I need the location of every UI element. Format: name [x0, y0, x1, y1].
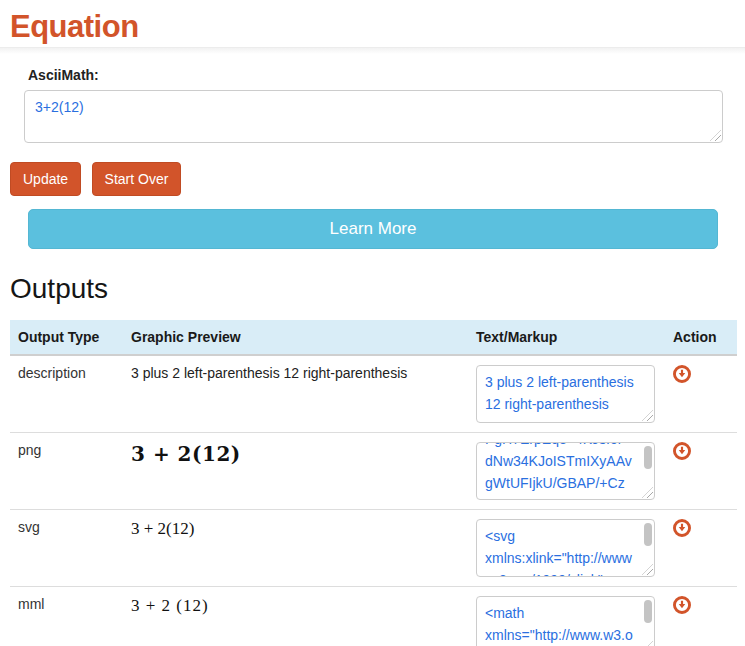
markup-textarea-png[interactable]: PgH7ErpEq3+4KJsIol dNw34KJoISTmIXyAAv gW…	[476, 442, 655, 500]
start-over-button[interactable]: Start Over	[92, 162, 182, 196]
download-circle-icon	[673, 596, 691, 614]
markup-textarea-svg[interactable]: <svg xmlns:xlink="http://www .w3.org/199…	[476, 519, 655, 577]
app-header: Equation	[0, 0, 745, 47]
output-type-label: mml	[10, 587, 123, 646]
download-png-button[interactable]	[673, 442, 691, 460]
graphic-preview-svg: 3 + 2(12)	[131, 519, 194, 538]
download-mml-button[interactable]	[673, 596, 691, 614]
col-header-graphic-preview: Graphic Preview	[123, 320, 468, 355]
output-type-label: description	[10, 355, 123, 433]
markup-line: .w3.org/1999/xlink"	[485, 569, 646, 577]
scrollbar-thumb[interactable]	[644, 446, 652, 469]
graphic-preview-description: 3 plus 2 left-parenthesis 12 right-paren…	[131, 365, 407, 381]
download-svg-button[interactable]	[673, 519, 691, 537]
asciimath-input-wrap: 3+2(12)	[24, 90, 723, 143]
table-row-png: png 3 + 2(12) PgH7ErpEq3+4KJsIol dNw34KJ…	[10, 433, 737, 510]
download-circle-icon	[673, 442, 691, 460]
markup-line: 12 right-parenthesis	[485, 393, 646, 415]
learn-more-button[interactable]: Learn More	[28, 209, 718, 249]
markup-line: <svg	[485, 525, 646, 547]
output-type-label: png	[10, 433, 123, 510]
asciimath-label: AsciiMath:	[28, 67, 723, 83]
table-row-svg: svg 3 + 2(12) <svg xmlns:xlink="http://w…	[10, 510, 737, 587]
markup-line: xmlns:xlink="http://www	[485, 547, 646, 569]
header-divider	[0, 47, 745, 54]
download-circle-icon	[673, 365, 691, 383]
outputs-title: Outputs	[10, 273, 745, 305]
outputs-table: Output Type Graphic Preview Text/Markup …	[10, 320, 737, 646]
col-header-action: Action	[665, 320, 737, 355]
table-row-mml: mml 3 + 2 (12) <math xmlns="http://www.w…	[10, 587, 737, 646]
markup-textarea-mml[interactable]: <math xmlns="http://www.w3.o rg/1998/Mat…	[476, 596, 655, 646]
col-header-text-markup: Text/Markup	[468, 320, 665, 355]
col-header-output-type: Output Type	[10, 320, 123, 355]
scrollbar-thumb[interactable]	[644, 600, 652, 623]
markup-line: dNw34KJoISTmIXyAAv	[485, 450, 646, 472]
markup-line: gWtUFIjkU/GBAP/+Cz	[485, 472, 646, 494]
page-title: Equation	[10, 9, 745, 45]
graphic-preview-mml: 3 + 2 (12)	[131, 596, 209, 615]
asciimath-input[interactable]: 3+2(12)	[24, 90, 723, 143]
markup-textarea-description[interactable]: 3 plus 2 left-parenthesis 12 right-paren…	[476, 365, 655, 423]
download-circle-icon	[673, 519, 691, 537]
scrollbar-thumb[interactable]	[644, 523, 652, 546]
markup-line: CK4Kj3Tmwahn5P9d	[485, 494, 646, 500]
markup-line: <math	[485, 602, 646, 624]
output-type-label: svg	[10, 510, 123, 587]
markup-line: xmlns="http://www.w3.o	[485, 624, 646, 646]
markup-line: PgH7ErpEq3+4KJsIol	[485, 442, 646, 450]
update-button[interactable]: Update	[10, 162, 81, 196]
asciimath-form: AsciiMath: 3+2(12)	[24, 67, 723, 143]
download-description-button[interactable]	[673, 365, 691, 383]
graphic-preview-png: 3 + 2(12)	[131, 442, 241, 466]
table-header-row: Output Type Graphic Preview Text/Markup …	[10, 320, 737, 355]
button-row: Update Start Over	[10, 162, 745, 196]
table-row-description: description 3 plus 2 left-parenthesis 12…	[10, 355, 737, 433]
markup-line: 3 plus 2 left-parenthesis	[485, 371, 646, 393]
